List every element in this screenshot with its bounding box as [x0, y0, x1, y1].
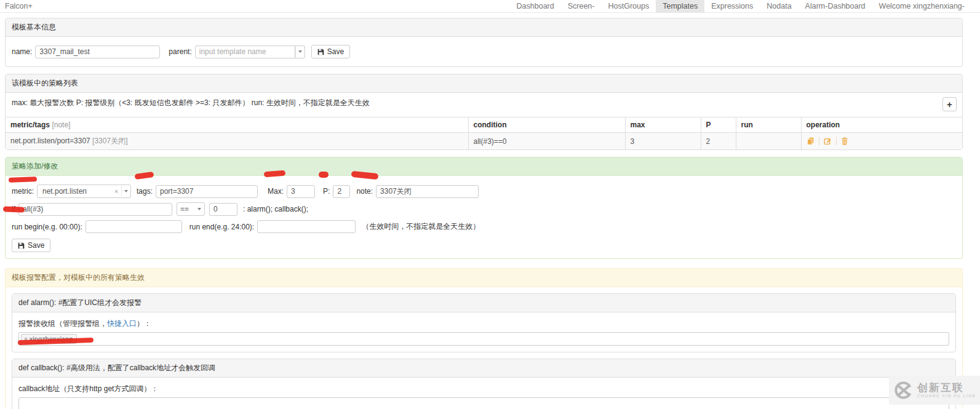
run-hint-text: （生效时间，不指定就是全天生效） — [362, 221, 480, 232]
note-label: note: — [356, 187, 373, 196]
cell-run — [736, 133, 801, 150]
caret-down-icon — [197, 208, 201, 210]
max-input[interactable] — [287, 185, 315, 198]
quick-entry-link[interactable]: 快捷入口 — [107, 319, 137, 328]
note-input[interactable] — [376, 185, 479, 198]
circle-x-logo-icon — [893, 380, 914, 400]
receiver-label-suffix: ）： — [137, 319, 151, 328]
strategy-save-label: Save — [28, 241, 44, 250]
strategy-form-panel: 策略添加/修改 metric: net.port.listen × tags: … — [5, 157, 963, 259]
receiver-tag-label: xingzhenxiang — [30, 335, 73, 343]
brand-logo[interactable]: Falcon+ — [0, 0, 38, 12]
run-end-label: run end(e.g. 24:00): — [189, 223, 254, 231]
remove-tag-icon[interactable]: × — [24, 336, 28, 343]
col-header-max: max — [625, 117, 701, 133]
nav-item-expressions[interactable]: Expressions — [704, 0, 760, 12]
caret-down-icon — [298, 50, 302, 53]
main-nav: Dashboard Screen- HostGroups Templates E… — [510, 0, 971, 12]
template-save-button[interactable]: Save — [311, 45, 350, 58]
nav-item-welcome-user[interactable]: Welcome xingzhenxiang- — [872, 0, 971, 12]
col-header-p: P — [701, 117, 736, 133]
floppy-disk-icon — [317, 49, 324, 55]
parent-dropdown-button[interactable] — [295, 46, 305, 58]
alarm-section: def alarm(): #配置了UIC组才会发报警 报警接收组（管理报警组，快… — [12, 293, 956, 352]
metric-label: metric: — [12, 187, 34, 196]
operation-separator — [836, 137, 837, 145]
note-header-text: [note] — [52, 121, 70, 129]
metric-clear-icon[interactable]: × — [111, 188, 121, 195]
receiver-group-label: 报警接收组（管理报警组，快捷入口）： — [18, 319, 949, 329]
floppy-disk-icon — [18, 242, 25, 249]
delete-strategy-icon[interactable] — [841, 137, 848, 145]
callback-address-label: callback地址（只支持http get方式回调）： — [18, 384, 949, 394]
watermark-subtitle: CHUANG XIN HU LIAN — [917, 394, 976, 398]
col-header-run: run — [736, 117, 801, 133]
note-value-text: [3307关闭] — [92, 137, 127, 145]
col-header-metric: metric/tags [note] — [6, 117, 468, 133]
nav-item-screen[interactable]: Screen- — [561, 0, 602, 12]
receiver-label-prefix: 报警接收组（管理报警组， — [18, 319, 107, 328]
clone-strategy-icon[interactable] — [807, 137, 815, 145]
cell-max: 3 — [625, 133, 701, 150]
strategy-save-button[interactable]: Save — [12, 239, 50, 252]
col-header-operation: operation — [801, 117, 962, 133]
caret-down-icon — [124, 190, 128, 193]
top-navbar: Falcon+ Dashboard Screen- HostGroups Tem… — [0, 0, 980, 13]
template-info-panel: 模板基本信息 name: parent: Save — [5, 18, 963, 67]
alarm-config-title: 模板报警配置，对模板中的所有策略生效 — [6, 269, 962, 287]
threshold-input[interactable] — [209, 203, 237, 216]
strategy-list-panel: 该模板中的策略列表 max: 最大报警次数 P: 报警级别（<3: 既发短信也发… — [5, 74, 963, 150]
tags-label: tags: — [137, 187, 153, 196]
name-label: name: — [12, 47, 32, 56]
p-label: P: — [323, 187, 330, 196]
parent-template-input[interactable] — [195, 46, 295, 58]
strategy-form-title: 策略添加/修改 — [6, 157, 962, 176]
edit-strategy-icon[interactable] — [824, 137, 832, 145]
receiver-group-input[interactable]: × xingzhenxiang — [18, 332, 949, 346]
run-begin-label: run begin(e.g. 00:00): — [12, 223, 82, 231]
p-input[interactable] — [333, 185, 350, 198]
template-save-label: Save — [327, 47, 344, 56]
operator-select[interactable]: == — [177, 202, 205, 216]
cell-condition: all(#3)==0 — [468, 133, 625, 150]
metric-value-text: net.port.listen/port=3307 — [10, 137, 90, 145]
template-name-input[interactable] — [35, 46, 160, 58]
cell-metric: net.port.listen/port=3307 [3307关闭] — [6, 133, 468, 150]
max-label: Max: — [268, 187, 284, 196]
plus-icon: + — [947, 99, 952, 109]
nav-item-nodata[interactable]: Nodata — [760, 0, 798, 12]
run-begin-input[interactable] — [86, 220, 182, 233]
strategy-table: metric/tags [note] condition max P run o… — [6, 117, 962, 149]
callback-address-input[interactable] — [18, 397, 949, 409]
nav-item-hostgroups[interactable]: HostGroups — [602, 0, 656, 12]
col-header-condition: condition — [468, 117, 625, 133]
metric-selected-value: net.port.listen — [42, 187, 87, 196]
cell-operation — [801, 133, 962, 150]
operator-value: == — [180, 205, 189, 213]
operation-separator — [819, 137, 819, 145]
if-label: if — [12, 205, 15, 213]
callback-section-header: def callback(): #高级用法，配置了callback地址才会触发回… — [12, 359, 955, 378]
strategy-list-hint: max: 最大报警次数 P: 报警级别（<3: 既发短信也发邮件 >=3: 只发… — [12, 98, 370, 107]
metric-select[interactable]: net.port.listen × — [37, 185, 131, 198]
strategy-list-title: 该模板中的策略列表 — [6, 74, 962, 93]
tags-input[interactable] — [156, 185, 258, 198]
metric-header-text: metric/tags — [10, 121, 50, 129]
alarm-config-panel: 模板报警配置，对模板中的所有策略生效 def alarm(): #配置了UIC组… — [5, 268, 963, 409]
watermark: 创新互联 CHUANG XIN HU LIAN — [889, 376, 980, 405]
nav-item-alarm-dashboard[interactable]: Alarm-Dashboard — [799, 0, 872, 12]
alarm-section-header: def alarm(): #配置了UIC组才会发报警 — [12, 294, 955, 312]
run-end-input[interactable] — [257, 220, 356, 233]
parent-label: parent: — [169, 47, 191, 56]
callback-section: def callback(): #高级用法，配置了callback地址才会触发回… — [12, 359, 956, 409]
nav-item-dashboard[interactable]: Dashboard — [510, 0, 561, 12]
add-strategy-button[interactable]: + — [942, 97, 957, 111]
receiver-tag: × xingzhenxiang — [21, 334, 77, 344]
template-info-title: 模板基本信息 — [6, 18, 962, 37]
metric-dropdown-button[interactable] — [121, 187, 130, 196]
condition-function-input[interactable] — [18, 203, 172, 216]
watermark-title: 创新互联 — [917, 383, 976, 394]
strategy-table-row: net.port.listen/port=3307 [3307关闭] all(#… — [6, 133, 962, 150]
if-suffix-text: : alarm(); callback(); — [243, 205, 308, 213]
nav-item-templates[interactable]: Templates — [656, 0, 704, 12]
